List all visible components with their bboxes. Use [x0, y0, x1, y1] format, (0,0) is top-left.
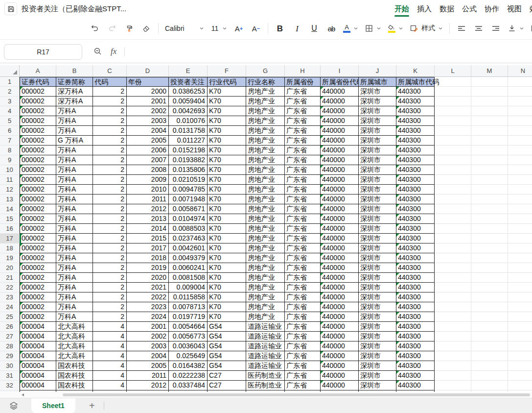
cell[interactable]	[435, 234, 471, 243]
cell[interactable]: 万科A	[56, 116, 93, 126]
cell[interactable]	[435, 97, 471, 106]
cell[interactable]	[471, 175, 508, 185]
cell[interactable]: 深圳市	[359, 292, 396, 302]
cell[interactable]: 000002	[20, 243, 56, 253]
vertical-align-combo[interactable]	[508, 24, 524, 33]
cell[interactable]	[508, 341, 532, 351]
underline-button[interactable]: U	[309, 21, 320, 36]
cell[interactable]: 深圳市	[359, 136, 396, 146]
cell[interactable]	[435, 194, 471, 204]
cell[interactable]	[471, 292, 508, 302]
cell[interactable]: 2010	[127, 185, 169, 194]
cell[interactable]: 2	[93, 136, 127, 146]
cell[interactable]: K70	[208, 283, 246, 292]
cell[interactable]: 深圳市	[359, 146, 396, 155]
cell[interactable]: 2009	[127, 175, 169, 185]
cell[interactable]: K70	[208, 253, 246, 263]
cell[interactable]: 000002	[20, 214, 56, 224]
cell[interactable]: 440300	[396, 204, 435, 214]
cell[interactable]: 0.0210519	[169, 175, 208, 185]
row-header-26[interactable]: 26	[0, 322, 20, 332]
row-header-4[interactable]: 4	[0, 106, 20, 116]
cell[interactable]	[435, 214, 471, 224]
name-box[interactable]: R17	[4, 44, 82, 60]
cell[interactable]: 北大高科	[56, 341, 93, 351]
cell[interactable]: 440300	[396, 97, 435, 106]
cell[interactable]: 广东省	[285, 155, 321, 165]
row-header-30[interactable]: 30	[0, 361, 20, 371]
cell[interactable]: 0.0135806	[169, 165, 208, 175]
cell[interactable]: 2	[93, 283, 127, 292]
column-header-K[interactable]: K	[396, 65, 435, 77]
cell[interactable]: K70	[208, 155, 246, 165]
column-header-E[interactable]: E	[169, 65, 208, 77]
cell[interactable]: 000004	[20, 381, 56, 390]
cell[interactable]: 440300	[396, 126, 435, 136]
cell[interactable]: 2006	[127, 146, 169, 155]
cell[interactable]: 440300	[396, 243, 435, 253]
cell[interactable]: 440300	[396, 87, 435, 97]
cell[interactable]: 2012	[127, 381, 169, 390]
cell[interactable]: 2	[93, 234, 127, 243]
cell[interactable]: 440300	[396, 165, 435, 175]
cell[interactable]: 深万科A	[56, 97, 93, 106]
cell[interactable]: 000004	[20, 361, 56, 371]
cell[interactable]: 2000	[127, 87, 169, 97]
cell[interactable]	[471, 234, 508, 243]
cell[interactable]: 0.0088503	[169, 224, 208, 234]
cell[interactable]: 道路运输业	[246, 341, 285, 351]
cell[interactable]: 440300	[396, 194, 435, 204]
sheet-tab-sheet1[interactable]: Sheet1	[31, 398, 75, 413]
cell[interactable]	[508, 175, 532, 185]
format-painter-button[interactable]	[124, 21, 135, 36]
cell[interactable]: 万科A	[56, 234, 93, 243]
cell[interactable]: 2	[93, 243, 127, 253]
column-header-N[interactable]: N	[508, 65, 532, 77]
cell[interactable]: 万科A	[56, 106, 93, 116]
cell[interactable]: 深圳市	[359, 302, 396, 312]
cell[interactable]: 440300	[396, 283, 435, 292]
header-cell[interactable]: 行业代码	[208, 77, 246, 87]
scroll-left-arrow-icon[interactable]	[22, 393, 24, 396]
cell[interactable]	[435, 224, 471, 234]
cell[interactable]	[471, 87, 508, 97]
cell[interactable]: 深圳市	[359, 185, 396, 194]
cell[interactable]	[471, 146, 508, 155]
cell[interactable]	[471, 185, 508, 194]
cell[interactable]	[508, 87, 532, 97]
cell[interactable]: 北大高科	[56, 332, 93, 341]
cell[interactable]: K70	[208, 194, 246, 204]
cell[interactable]: 房地产业	[246, 97, 285, 106]
cell[interactable]: 000002	[20, 126, 56, 136]
cell[interactable]: 0.0049379	[169, 253, 208, 263]
cell[interactable]: 2	[93, 185, 127, 194]
cell[interactable]	[508, 97, 532, 106]
cell[interactable]: 0.0115858	[169, 292, 208, 302]
cell[interactable]: G54	[208, 351, 246, 361]
cell[interactable]: 万科A	[56, 312, 93, 322]
cell[interactable]: 2	[93, 175, 127, 185]
cell[interactable]: 000004	[20, 322, 56, 332]
cell[interactable]: 广东省	[285, 381, 321, 390]
cell[interactable]: 广东省	[285, 106, 321, 116]
cell[interactable]	[471, 165, 508, 175]
cell[interactable]: 广东省	[285, 322, 321, 332]
cell[interactable]	[471, 97, 508, 106]
cell[interactable]: 0.0060241	[169, 263, 208, 273]
cell[interactable]: 2	[93, 253, 127, 263]
cell[interactable]: 440300	[396, 106, 435, 116]
cell[interactable]: 深圳市	[359, 243, 396, 253]
cell[interactable]: K70	[208, 175, 246, 185]
cell[interactable]: 北大高科	[56, 322, 93, 332]
cell[interactable]: 2	[93, 146, 127, 155]
cell[interactable]: 000002	[20, 292, 56, 302]
cell[interactable]: 440000	[321, 312, 359, 322]
cell[interactable]	[508, 234, 532, 243]
cell[interactable]: 000004	[20, 332, 56, 341]
cell[interactable]: 440000	[321, 371, 359, 381]
cell[interactable]	[471, 136, 508, 146]
cell[interactable]: 房地产业	[246, 292, 285, 302]
cell[interactable]	[508, 126, 532, 136]
cell[interactable]: 000004	[20, 371, 56, 381]
cell[interactable]: 2	[93, 87, 127, 97]
